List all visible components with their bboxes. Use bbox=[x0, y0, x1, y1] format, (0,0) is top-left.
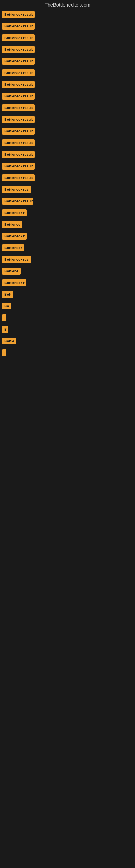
site-title: TheBottlenecker.com bbox=[0, 0, 135, 11]
bottleneck-badge[interactable]: Bottleneck result bbox=[2, 46, 35, 53]
list-item: Bottleneck result bbox=[2, 104, 135, 111]
bottleneck-badge[interactable]: Bottleneck result bbox=[2, 140, 35, 146]
bottleneck-badge[interactable]: Bott bbox=[2, 291, 13, 298]
list-item: Bottleneck res bbox=[2, 186, 135, 193]
bottleneck-badge[interactable]: Bottlene bbox=[2, 268, 20, 275]
list-item: Bottlenec bbox=[2, 221, 135, 228]
list-item: Bottleneck result bbox=[2, 81, 135, 88]
list-item: | bbox=[2, 314, 135, 321]
bottleneck-badge[interactable]: Bottleneck result bbox=[2, 151, 35, 158]
bottleneck-badge[interactable]: Bottleneck res bbox=[2, 256, 31, 263]
bottleneck-badge[interactable]: Bottleneck r bbox=[2, 279, 27, 286]
bottleneck-badge[interactable]: Bottleneck result bbox=[2, 69, 35, 76]
bottleneck-badge[interactable]: Bottleneck result bbox=[2, 128, 35, 134]
bottleneck-badge[interactable]: Bottleneck result bbox=[2, 23, 35, 30]
bottleneck-badge[interactable]: Bottleneck result bbox=[2, 175, 35, 181]
list-item: Bottleneck result bbox=[2, 140, 135, 146]
list-item: Bottleneck result bbox=[2, 58, 135, 65]
list-item: Bottleneck result bbox=[2, 198, 135, 205]
list-item: Bottleneck result bbox=[2, 23, 135, 30]
bottleneck-badge[interactable]: Bottleneck result bbox=[2, 58, 35, 65]
bottleneck-badge[interactable]: Bottleneck res bbox=[2, 186, 31, 193]
list-item: Bott bbox=[2, 291, 135, 298]
list-item: Bottleneck r bbox=[2, 279, 135, 286]
list-item: Bottleneck result bbox=[2, 151, 135, 158]
bottleneck-badge[interactable]: Bottleneck result bbox=[2, 163, 35, 169]
bottleneck-badge[interactable]: Bottleneck result bbox=[2, 34, 35, 41]
bottleneck-badge[interactable]: Bo bbox=[2, 303, 11, 310]
bottleneck-badge[interactable]: Bottleneck r bbox=[2, 233, 27, 240]
bottleneck-badge[interactable]: Bottle bbox=[2, 338, 16, 344]
list-item: Bottleneck result bbox=[2, 128, 135, 134]
list-item: Bottleneck result bbox=[2, 11, 135, 18]
bottleneck-badge[interactable]: Bottleneck result bbox=[2, 104, 35, 111]
list-item: Bottlene bbox=[2, 268, 135, 275]
bottleneck-badge[interactable]: Bottleneck result bbox=[2, 198, 33, 205]
list-item: Bottleneck bbox=[2, 244, 135, 251]
bottleneck-badge[interactable]: | bbox=[2, 349, 6, 356]
list-item: Bottleneck result bbox=[2, 116, 135, 123]
bottleneck-badge[interactable]: B bbox=[2, 326, 8, 333]
list-item: Bottleneck result bbox=[2, 69, 135, 76]
bottleneck-badge[interactable]: Bottleneck result bbox=[2, 116, 35, 123]
list-item: Bottleneck r bbox=[2, 233, 135, 240]
bottleneck-badge[interactable]: | bbox=[2, 314, 6, 321]
bottleneck-badge[interactable]: Bottleneck r bbox=[2, 209, 27, 216]
list-item: Bottle bbox=[2, 338, 135, 344]
list-item: Bottleneck result bbox=[2, 175, 135, 181]
bottleneck-badge[interactable]: Bottleneck result bbox=[2, 93, 35, 99]
list-item: Bottleneck res bbox=[2, 256, 135, 263]
list-item: Bottleneck result bbox=[2, 34, 135, 41]
list-item: Bo bbox=[2, 303, 135, 310]
bottleneck-badge[interactable]: Bottleneck result bbox=[2, 81, 35, 88]
list-item: | bbox=[2, 349, 135, 356]
list-item: Bottleneck result bbox=[2, 46, 135, 53]
bottleneck-badge[interactable]: Bottleneck result bbox=[2, 11, 35, 18]
list-item: Bottleneck result bbox=[2, 93, 135, 99]
bottleneck-badge[interactable]: Bottlenec bbox=[2, 221, 22, 228]
list-item: Bottleneck r bbox=[2, 209, 135, 216]
bottleneck-badge[interactable]: Bottleneck bbox=[2, 244, 24, 251]
list-item: B bbox=[2, 326, 135, 333]
list-item: Bottleneck result bbox=[2, 163, 135, 169]
